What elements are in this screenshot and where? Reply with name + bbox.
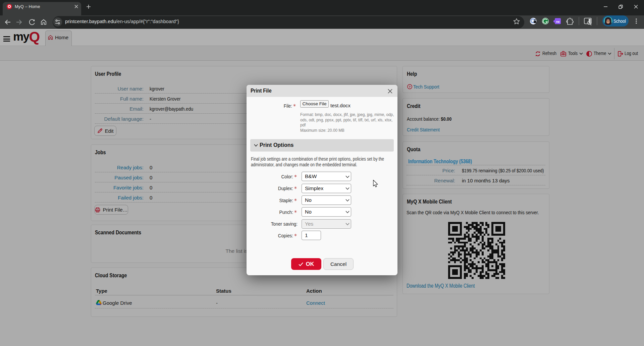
- svg-text:School: School: [613, 18, 626, 24]
- svg-text:rw: rw: [556, 20, 560, 23]
